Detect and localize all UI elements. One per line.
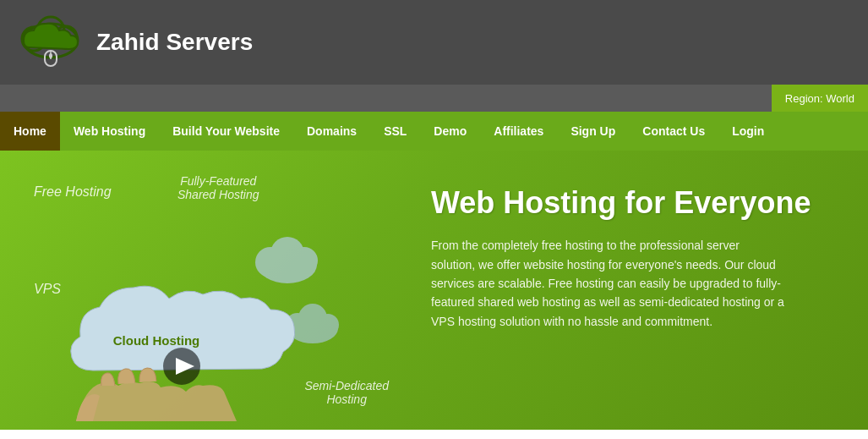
- nav-item-login[interactable]: Login: [718, 112, 778, 151]
- label-free-hosting: Free Hosting: [34, 184, 112, 200]
- hero-section: Free Hosting Fully-FeaturedShared Hostin…: [0, 151, 868, 430]
- logo-area: Zahid Servers: [17, 15, 253, 70]
- nav-item-ssl[interactable]: SSL: [370, 112, 420, 151]
- nav-item-domains[interactable]: Domains: [293, 112, 370, 151]
- cloud-illustration: Cloud Hosting: [25, 218, 363, 421]
- svg-text:Cloud Hosting: Cloud Hosting: [113, 333, 199, 348]
- nav-item-demo[interactable]: Demo: [420, 112, 480, 151]
- region-bar: Region: World: [0, 85, 868, 112]
- main-nav: Home Web Hosting Build Your Website Doma…: [0, 112, 868, 151]
- nav-item-affiliates[interactable]: Affiliates: [480, 112, 557, 151]
- header: Zahid Servers: [0, 0, 868, 85]
- nav-item-home[interactable]: Home: [0, 112, 60, 151]
- hero-description: From the completely free hosting to the …: [431, 236, 786, 331]
- hero-title: Web Hosting for Everyone: [431, 184, 843, 221]
- svg-point-10: [291, 247, 318, 274]
- label-fully-featured: Fully-FeaturedShared Hosting: [177, 174, 259, 201]
- site-title: Zahid Servers: [96, 29, 253, 56]
- logo-icon: [17, 15, 85, 70]
- svg-point-14: [317, 314, 339, 336]
- region-badge[interactable]: Region: World: [772, 85, 868, 112]
- nav-item-build-your-website[interactable]: Build Your Website: [159, 112, 293, 151]
- hero-left: Free Hosting Fully-FeaturedShared Hostin…: [0, 151, 406, 430]
- svg-point-6: [49, 53, 52, 58]
- nav-item-sign-up[interactable]: Sign Up: [557, 112, 629, 151]
- nav-item-contact-us[interactable]: Contact Us: [629, 112, 718, 151]
- hero-right: Web Hosting for Everyone From the comple…: [406, 151, 868, 430]
- nav-item-web-hosting[interactable]: Web Hosting: [60, 112, 159, 151]
